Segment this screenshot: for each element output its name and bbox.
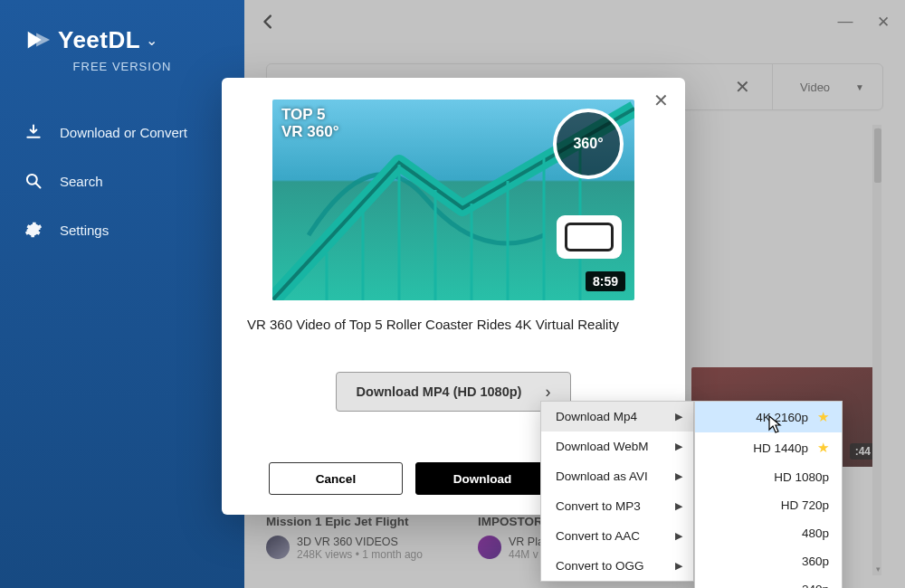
vr-headset-icon	[557, 215, 622, 259]
thumb-overlay-text: TOP 5 VR 360°	[281, 107, 339, 140]
download-icon	[24, 122, 43, 142]
menu-item-2160p[interactable]: 4K 2160p★	[695, 402, 842, 432]
chevron-right-icon: ▶	[675, 470, 682, 482]
download-primary-label: Download MP4 (HD 1080p)	[357, 384, 522, 399]
modal-title: VR 360 Video of Top 5 Roller Coaster Rid…	[247, 317, 663, 332]
menu-item-360p[interactable]: 360p	[695, 547, 842, 575]
menu-item-label: Convert to MP3	[556, 499, 641, 513]
menu-item-label: Download WebM	[556, 440, 649, 453]
menu-item-mp4[interactable]: Download Mp4▶	[541, 402, 693, 432]
menu-item-label: HD 1080p	[774, 470, 829, 484]
chevron-right-icon: ▶	[675, 500, 682, 512]
chevron-down-icon[interactable]: ⌄	[146, 32, 157, 49]
menu-item-label: 240p	[802, 583, 829, 588]
menu-item-avi[interactable]: Download as AVI▶	[541, 461, 693, 491]
star-icon: ★	[817, 440, 829, 456]
sidebar-item-download[interactable]: Download or Convert	[24, 122, 221, 142]
duration-label: 8:59	[586, 271, 625, 291]
menu-item-label: Convert to OGG	[556, 559, 644, 573]
chevron-right-icon: ›	[545, 383, 550, 402]
menu-item-label: Download Mp4	[556, 410, 637, 423]
star-icon: ★	[817, 409, 829, 425]
sidebar-item-label: Download or Convert	[60, 125, 187, 140]
download-button[interactable]: Download	[415, 462, 549, 495]
menu-item-240p[interactable]: 240p	[695, 575, 842, 588]
menu-item-label: HD 1440p	[753, 441, 808, 455]
menu-item-label: 4K 2160p	[756, 411, 808, 424]
search-icon	[24, 171, 43, 191]
menu-item-aac[interactable]: Convert to AAC▶	[541, 521, 693, 551]
format-menu: Download Mp4▶ Download WebM▶ Download as…	[540, 401, 694, 582]
resolution-menu: 4K 2160p★ HD 1440p★ HD 1080p HD 720p 480…	[694, 401, 843, 588]
menu-item-label: 360p	[802, 555, 829, 568]
menu-item-1080p[interactable]: HD 1080p	[695, 463, 842, 491]
modal-thumbnail: TOP 5 VR 360° 360° 8:59	[272, 100, 634, 300]
chevron-right-icon: ▶	[675, 530, 682, 542]
sidebar-item-label: Search	[60, 174, 103, 189]
menu-item-label: HD 720p	[781, 498, 829, 512]
chevron-right-icon: ▶	[675, 560, 682, 572]
modal-close-icon[interactable]: ✕	[649, 89, 672, 112]
menu-item-label: 480p	[802, 526, 829, 540]
menu-item-720p[interactable]: HD 720p	[695, 491, 842, 519]
menu-item-label: Download as AVI	[556, 469, 648, 483]
menu-item-ogg[interactable]: Convert to OGG▶	[541, 551, 693, 581]
menu-item-mp3[interactable]: Convert to MP3▶	[541, 491, 693, 521]
app-root: YeetDL ⌄ FREE VERSION Download or Conver…	[0, 0, 905, 588]
sidebar: YeetDL ⌄ FREE VERSION Download or Conver…	[0, 0, 244, 588]
svg-line-1	[36, 184, 41, 188]
menu-item-480p[interactable]: 480p	[695, 519, 842, 547]
app-logo[interactable]: YeetDL ⌄	[0, 25, 244, 54]
menu-item-webm[interactable]: Download WebM▶	[541, 432, 693, 461]
chevron-right-icon: ▶	[675, 411, 682, 422]
cancel-button[interactable]: Cancel	[269, 462, 403, 495]
download-primary-button[interactable]: Download MP4 (HD 1080p) ›	[336, 372, 571, 412]
play-logo-icon	[24, 25, 52, 54]
sidebar-item-label: Settings	[60, 223, 109, 238]
menu-item-1440p[interactable]: HD 1440p★	[695, 432, 842, 463]
app-name: YeetDL	[58, 26, 140, 54]
edition-label: FREE VERSION	[0, 60, 244, 73]
sidebar-item-search[interactable]: Search	[24, 171, 221, 191]
menu-item-label: Convert to AAC	[556, 529, 640, 543]
sidebar-item-settings[interactable]: Settings	[24, 220, 221, 240]
gear-icon	[24, 220, 43, 240]
chevron-right-icon: ▶	[675, 441, 682, 452]
badge-360-icon: 360°	[553, 109, 624, 179]
sidebar-nav: Download or Convert Search Settings	[0, 122, 244, 240]
